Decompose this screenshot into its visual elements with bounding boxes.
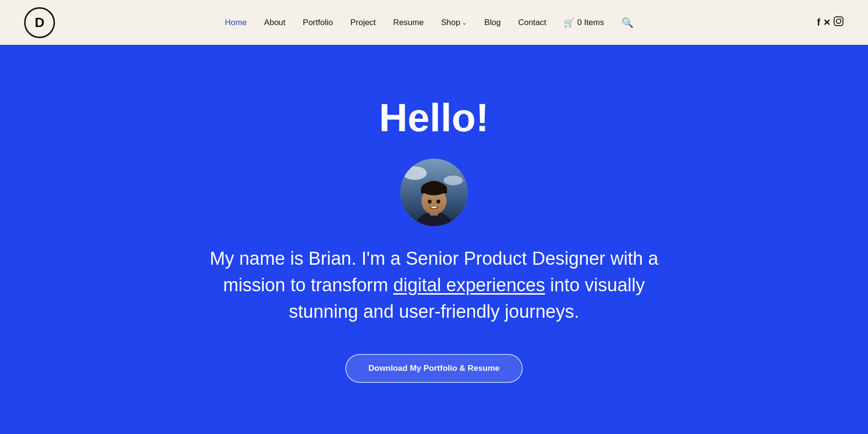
svg-point-12 — [425, 181, 443, 190]
cta-download-button[interactable]: Download My Portfolio & Resume — [345, 354, 523, 383]
logo-button[interactable]: D — [24, 7, 55, 38]
svg-point-1 — [836, 19, 841, 23]
nav-resume[interactable]: Resume — [393, 18, 423, 27]
svg-rect-0 — [834, 17, 843, 26]
search-icon[interactable]: 🔍 — [622, 17, 634, 28]
nav-home[interactable]: Home — [225, 18, 246, 27]
nav-project[interactable]: Project — [350, 18, 376, 27]
main-nav: Home About Portfolio Project Resume Shop… — [225, 17, 643, 28]
header: D Home About Portfolio Project Resume Sh… — [0, 0, 868, 45]
chevron-down-icon: ⌄ — [462, 19, 467, 26]
svg-point-2 — [841, 18, 841, 19]
twitter-x-icon[interactable]: ✕ — [823, 17, 830, 28]
hero-section: Hello! — [0, 45, 868, 434]
nav-about[interactable]: About — [264, 18, 285, 27]
nav-portfolio[interactable]: Portfolio — [303, 18, 333, 27]
nav-contact[interactable]: Contact — [518, 18, 546, 27]
hero-title: Hello! — [379, 96, 489, 139]
svg-point-14 — [436, 200, 440, 203]
svg-point-6 — [444, 176, 463, 185]
social-icons: f ✕ — [817, 16, 844, 29]
hero-desc-highlight: digital experiences — [393, 275, 545, 295]
nav-shop-label: Shop — [441, 18, 461, 27]
svg-point-13 — [428, 200, 432, 203]
instagram-icon[interactable] — [833, 16, 844, 29]
cart-icon: 🛒 — [564, 17, 574, 28]
nav-cart[interactable]: 🛒 0 Items — [564, 17, 604, 28]
nav-blog[interactable]: Blog — [484, 18, 501, 27]
facebook-icon[interactable]: f — [817, 17, 820, 28]
nav-shop[interactable]: Shop ⌄ — [441, 18, 467, 27]
hero-description: My name is Brian. I'm a Senior Product D… — [193, 245, 675, 325]
cart-items-count: 0 Items — [577, 18, 604, 27]
svg-point-5 — [403, 166, 427, 180]
avatar — [400, 159, 468, 226]
